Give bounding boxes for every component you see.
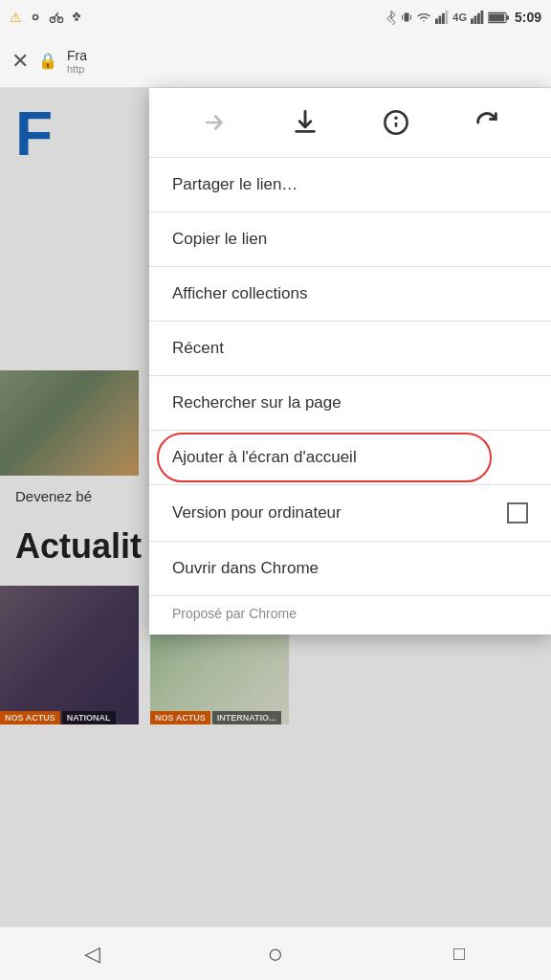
browser-bar: ✕ 🔒 Fra http	[0, 34, 551, 88]
lock-icon: 🔒	[38, 52, 57, 70]
warning-icon	[10, 9, 22, 26]
desktop-version-checkbox[interactable]	[507, 502, 528, 523]
svg-rect-13	[442, 13, 445, 24]
svg-rect-12	[439, 16, 442, 24]
svg-rect-14	[446, 11, 449, 24]
svg-point-6	[75, 18, 78, 21]
camera-icon	[28, 10, 43, 25]
svg-rect-11	[435, 18, 438, 24]
status-bar-right-icons: 4G 5:09	[386, 10, 541, 25]
open-chrome-item[interactable]: Ouvrir dans Chrome	[149, 542, 551, 595]
svg-rect-21	[489, 13, 504, 21]
proposed-by-chrome: Proposé par Chrome	[149, 596, 551, 635]
signal-icon	[435, 11, 449, 24]
dropdown-toolbar	[149, 88, 551, 158]
svg-rect-10	[410, 15, 411, 20]
status-bar-left-icons	[10, 9, 83, 26]
home-button[interactable]: ○	[247, 933, 304, 975]
collections-label: Afficher collections	[172, 284, 307, 303]
copy-link-item[interactable]: Copier le lien	[149, 212, 551, 266]
wifi-icon	[416, 11, 431, 24]
bike-icon	[49, 10, 64, 25]
grape-icon	[70, 11, 83, 24]
forward-button[interactable]	[193, 101, 235, 144]
recent-apps-icon: □	[453, 943, 465, 965]
svg-rect-9	[402, 15, 403, 20]
battery-icon	[488, 11, 509, 24]
svg-rect-17	[477, 13, 480, 24]
close-tab-button[interactable]: ✕	[11, 49, 29, 74]
svg-rect-20	[506, 15, 509, 19]
back-button[interactable]: ◁	[63, 933, 121, 975]
add-home-item[interactable]: Ajouter à l'écran d'accueil	[149, 431, 551, 484]
svg-rect-16	[474, 16, 476, 24]
recent-apps-button[interactable]: □	[430, 933, 488, 975]
navigation-bar: ◁ ○ □	[0, 926, 551, 980]
desktop-version-label: Version pour ordinateur	[172, 503, 342, 523]
share-link-label: Partager le lien…	[172, 175, 298, 194]
refresh-button[interactable]	[466, 101, 508, 144]
recent-item[interactable]: Récent	[149, 322, 551, 375]
svg-rect-8	[405, 13, 409, 22]
copy-link-label: Copier le lien	[172, 230, 267, 249]
vibrate-icon	[401, 10, 412, 25]
site-url: http	[67, 63, 540, 75]
svg-rect-18	[480, 11, 483, 24]
signal2-icon	[471, 11, 484, 24]
home-icon: ○	[268, 939, 284, 969]
download-button[interactable]	[284, 101, 326, 144]
bluetooth-icon	[386, 10, 397, 25]
recent-label: Récent	[172, 339, 224, 358]
svg-point-7	[75, 12, 78, 16]
search-page-item[interactable]: Rechercher sur la page	[149, 376, 551, 430]
status-bar: 4G 5:09	[0, 0, 551, 34]
share-link-item[interactable]: Partager le lien…	[149, 158, 551, 212]
add-home-label: Ajouter à l'écran d'accueil	[172, 448, 357, 467]
time-display: 5:09	[515, 10, 541, 25]
context-menu: Partager le lien… Copier le lien Affiche…	[149, 88, 551, 635]
svg-point-1	[33, 15, 36, 18]
svg-rect-15	[471, 18, 474, 24]
info-button[interactable]	[375, 101, 417, 144]
site-name: Fra	[67, 48, 540, 63]
search-page-label: Rechercher sur la page	[172, 393, 342, 412]
back-icon: ◁	[84, 942, 100, 967]
url-bar[interactable]: Fra http	[67, 48, 540, 75]
4g-label: 4G	[452, 11, 467, 23]
collections-item[interactable]: Afficher collections	[149, 267, 551, 321]
desktop-version-item[interactable]: Version pour ordinateur	[149, 485, 551, 541]
open-chrome-label: Ouvrir dans Chrome	[172, 559, 319, 578]
